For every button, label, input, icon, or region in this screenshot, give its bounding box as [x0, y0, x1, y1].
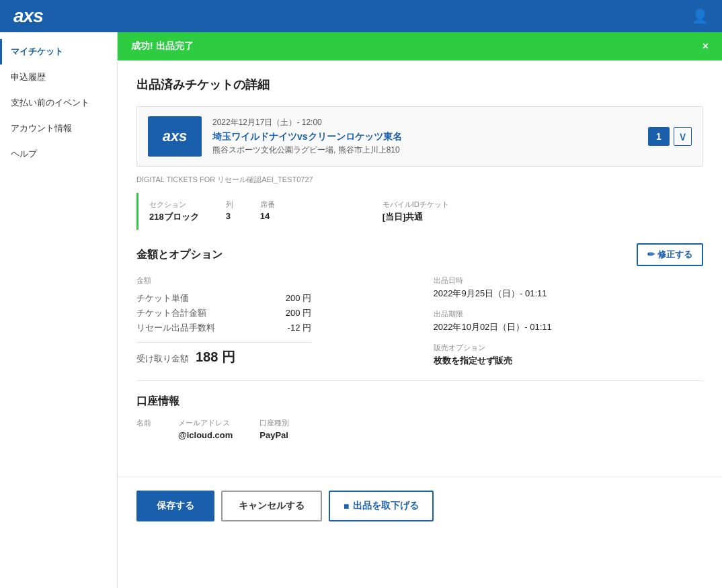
pricing-total-row: 受け取り金額 188 円 — [136, 342, 311, 366]
sidebar-item-account-info[interactable]: アカウント情報 — [0, 116, 117, 141]
ticket-logo-text: axs — [163, 128, 188, 145]
pricing-grid: 金額 チケット単価 200 円 チケット合計金額 200 円 リセール出品手数料… — [136, 276, 703, 367]
ticket-detail-row: 列 3 — [226, 200, 233, 223]
account-grid: 名前 メールアドレス @icloud.com 口座種別 PayPal — [136, 418, 703, 440]
expiry-value: 2022年10月02日（日）- 01:11 — [434, 321, 704, 333]
account-title: 口座情報 — [136, 394, 703, 409]
sidebar-item-order-history[interactable]: 申込履歴 — [0, 65, 117, 90]
ticket-venue: 熊谷スポーツ文化公園ラグビー場, 熊谷市上川上810 — [212, 144, 648, 156]
pricing-left: 金額 チケット単価 200 円 チケット合計金額 200 円 リセール出品手数料… — [136, 276, 407, 367]
success-banner: 成功! 出品完了 × — [118, 32, 722, 60]
ticket-logo: axs — [148, 116, 202, 157]
total-price-value: 200 円 — [286, 307, 311, 319]
success-text: 成功! 出品完了 — [131, 40, 194, 52]
divider — [136, 380, 703, 381]
ticket-card: axs 2022年12月17日（土）- 12:00 埼玉ワイルドナイツvsクリー… — [136, 106, 703, 167]
sidebar-item-upcoming-events[interactable]: 支払い前のイベント — [0, 90, 117, 116]
account-type-label: 口座種別 — [259, 418, 289, 428]
fee-label: リセール出品手数料 — [136, 322, 215, 334]
fee-value: -12 円 — [288, 322, 311, 334]
user-icon[interactable]: 👤 — [692, 8, 709, 24]
axs-logo: axs — [13, 5, 43, 27]
account-col-name: 名前 — [136, 418, 151, 440]
ticket-detail-section: セクション 218ブロック — [149, 200, 199, 223]
ticket-right: 1 ∨ — [648, 127, 692, 146]
ticket-subtitle: DIGITAL TICKETS FOR リセール確認AEI_TEST0727 — [136, 175, 703, 185]
footer-buttons: 保存する キャンセルする ■ 出品を取下げる — [118, 476, 722, 535]
expiry-label: 出品期限 — [434, 309, 704, 319]
ticket-type-value: [当日]共通 — [383, 211, 449, 223]
pricing-title: 金額とオプション — [136, 248, 223, 262]
layout: マイチケット 申込履歴 支払い前のイベント アカウント情報 ヘルプ 成功! 出品… — [0, 32, 722, 588]
header: axs 👤 — [0, 0, 722, 32]
sidebar-item-help[interactable]: ヘルプ — [0, 141, 117, 167]
main-content: 成功! 出品完了 × 出品済みチケットの詳細 axs 2022年12月17日（土… — [118, 32, 722, 588]
unit-price-value: 200 円 — [286, 292, 311, 304]
page-title: 出品済みチケットの詳細 — [136, 77, 703, 93]
section-label: セクション — [149, 200, 199, 210]
listing-date-label: 出品日時 — [434, 276, 704, 286]
ticket-detail-type: モバイルIDチケット [当日]共通 — [383, 200, 449, 223]
cancel-button[interactable]: キャンセルする — [221, 491, 322, 521]
sidebar-item-my-tickets[interactable]: マイチケット — [0, 39, 117, 65]
listing-date-value: 2022年9月25日（日）- 01:11 — [434, 288, 704, 300]
name-label: 名前 — [136, 418, 151, 428]
sales-option-label: 販売オプション — [434, 343, 704, 353]
total-price-label: チケット合計金額 — [136, 307, 206, 319]
pricing-section-header: 金額とオプション ✏ 修正する — [136, 243, 703, 266]
ticket-qty-badge: 1 — [648, 127, 670, 146]
account-type-value: PayPal — [259, 430, 289, 440]
save-button[interactable]: 保存する — [136, 491, 214, 521]
ticket-type-label: モバイルIDチケット — [383, 200, 449, 210]
email-label: メールアドレス — [178, 418, 233, 428]
ticket-details-section: セクション 218ブロック 列 3 席番 14 モバイルIDチケット [当日] — [136, 193, 703, 230]
account-col-email: メールアドレス @icloud.com — [178, 418, 233, 440]
row-label: 列 — [226, 200, 233, 210]
seat-label: 席番 — [260, 200, 275, 210]
ticket-dropdown[interactable]: ∨ — [674, 127, 692, 146]
receive-label: 受け取り金額 — [136, 353, 189, 365]
account-col-type: 口座種別 PayPal — [259, 418, 289, 440]
withdraw-label: 出品を取下げる — [353, 500, 419, 512]
email-value: @icloud.com — [178, 430, 233, 440]
pricing-row-fee: リセール出品手数料 -12 円 — [136, 322, 311, 334]
ticket-details-grid: セクション 218ブロック 列 3 席番 14 モバイルIDチケット [当日] — [149, 200, 692, 223]
ticket-name: 埼玉ワイルドナイツvsクリーンロケッツ東名 — [212, 131, 648, 143]
edit-button[interactable]: ✏ 修正する — [637, 243, 703, 266]
section-value: 218ブロック — [149, 211, 199, 223]
ticket-detail-seat: 席番 14 — [260, 200, 275, 223]
price-label: 金額 — [136, 276, 407, 286]
sidebar: マイチケット 申込履歴 支払い前のイベント アカウント情報 ヘルプ — [0, 32, 118, 588]
pricing-row-total: チケット合計金額 200 円 — [136, 307, 311, 319]
row-value: 3 — [226, 211, 233, 221]
sales-option-value: 枚数を指定せず販売 — [434, 355, 704, 367]
seat-value: 14 — [260, 211, 275, 221]
ticket-detail-spacer — [302, 200, 356, 223]
receive-value: 188 円 — [196, 348, 235, 366]
ticket-date: 2022年12月17日（土）- 12:00 — [212, 117, 648, 128]
account-section: 口座情報 名前 メールアドレス @icloud.com 口座種別 PayPal — [136, 394, 703, 440]
withdraw-button[interactable]: ■ 出品を取下げる — [329, 491, 434, 521]
withdraw-icon: ■ — [344, 501, 349, 511]
unit-price-label: チケット単価 — [136, 292, 189, 304]
ticket-info: 2022年12月17日（土）- 12:00 埼玉ワイルドナイツvsクリーンロケッ… — [212, 117, 648, 156]
pricing-right: 出品日時 2022年9月25日（日）- 01:11 出品期限 2022年10月0… — [407, 276, 704, 367]
content-area: 出品済みチケットの詳細 axs 2022年12月17日（土）- 12:00 埼玉… — [118, 60, 722, 476]
pricing-section: 金額とオプション ✏ 修正する 金額 チケット単価 200 円 チケット合計金額… — [136, 243, 703, 367]
close-icon[interactable]: × — [703, 40, 709, 52]
pricing-row-unit: チケット単価 200 円 — [136, 292, 311, 304]
